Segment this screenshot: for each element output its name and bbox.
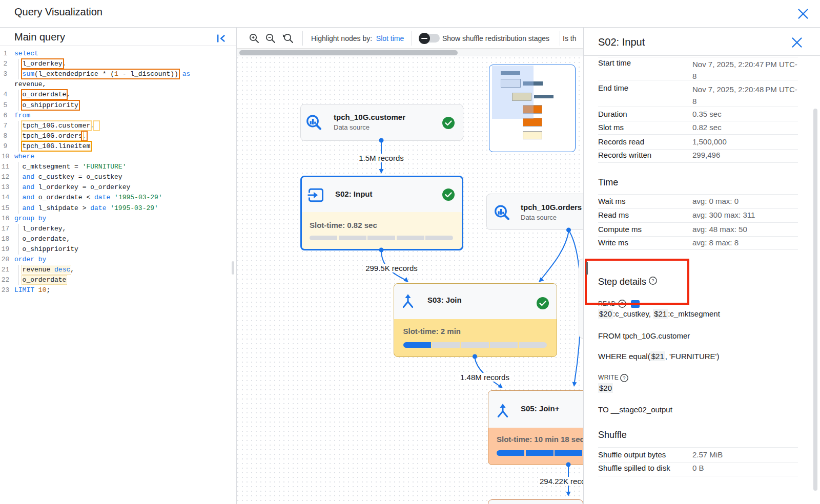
svg-text:?: ? xyxy=(623,375,625,381)
